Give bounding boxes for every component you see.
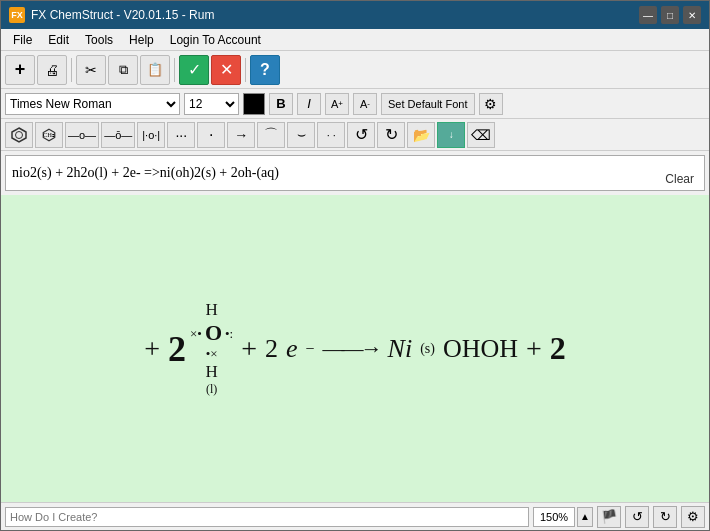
water-h-top: H	[205, 300, 217, 320]
electron-superscript: −	[306, 340, 315, 358]
water-subscript-l: (l)	[206, 382, 217, 397]
new-button[interactable]: +	[5, 55, 35, 85]
nickel-ni: Ni	[388, 334, 413, 364]
set-default-font-button[interactable]: Set Default Font	[381, 93, 475, 115]
menu-help[interactable]: Help	[121, 31, 162, 49]
paste-button[interactable]: 📋	[140, 55, 170, 85]
arrow-right-button[interactable]: →	[227, 122, 255, 148]
print-button[interactable]: 🖨	[37, 55, 67, 85]
benzene-ring-button[interactable]	[5, 122, 33, 148]
menu-file[interactable]: File	[5, 31, 40, 49]
undo-button[interactable]: ↺	[347, 122, 375, 148]
eraser-button[interactable]: ⌫	[467, 122, 495, 148]
settings-status-button[interactable]: ⚙	[681, 506, 705, 528]
single-dot-button[interactable]: ·	[197, 122, 225, 148]
menu-edit[interactable]: Edit	[40, 31, 77, 49]
font-family-select[interactable]: Times New Roman	[5, 93, 180, 115]
water-h-bottom: H	[205, 362, 217, 382]
water-group: 2 H ×• O •: •×	[168, 300, 233, 397]
equation-input-area: nio2(s) + 2h2o(l) + 2e- =>ni(oh)2(s) + 2…	[5, 155, 705, 191]
ok-button[interactable]: ✓	[179, 55, 209, 85]
redo-button[interactable]: ↻	[377, 122, 405, 148]
app-icon: FX	[9, 7, 25, 23]
help-button[interactable]: ?	[250, 55, 280, 85]
menubar: File Edit Tools Help Login To Account	[1, 29, 709, 51]
coefficient-2: 2	[168, 328, 186, 370]
oxygen-o: O	[205, 320, 222, 346]
dots2-button[interactable]: · ·	[317, 122, 345, 148]
equation-text: nio2(s) + 2h2o(l) + 2e- =>ni(oh)2(s) + 2…	[12, 165, 661, 181]
flag-button[interactable]: 🏴	[597, 506, 621, 528]
font-toolbar: Times New Roman 12 B I A+ A- Set Default…	[1, 89, 709, 119]
molecule-canvas: + 2 H ×• O •:	[1, 195, 709, 502]
coefficient-2-right: 2	[550, 330, 566, 367]
single-bond-o-button[interactable]: —o—	[65, 122, 99, 148]
maximize-button[interactable]: □	[661, 6, 679, 24]
help-input[interactable]	[5, 507, 529, 527]
zoom-display: 150%	[533, 507, 575, 527]
menu-login[interactable]: Login To Account	[162, 31, 269, 49]
undo-status-button[interactable]: ↺	[625, 506, 649, 528]
cut-button[interactable]: ✂	[76, 55, 106, 85]
import-button[interactable]: 📂	[407, 122, 435, 148]
down-wave-button[interactable]: ⌣	[287, 122, 315, 148]
clear-button[interactable]: Clear	[661, 172, 698, 186]
zoom-up-button[interactable]: ▲	[577, 507, 593, 527]
font-settings-button[interactable]: ⚙	[479, 93, 503, 115]
separator-1	[71, 58, 72, 82]
electron-e: e	[286, 334, 298, 364]
separator-3	[245, 58, 246, 82]
superscript-button[interactable]: A+	[325, 93, 349, 115]
titlebar-left: FX FX ChemStruct - V20.01.15 - Rum	[9, 7, 214, 23]
svg-text:CH₂: CH₂	[43, 131, 55, 138]
copy-button[interactable]: ⧉	[108, 55, 138, 85]
brackets-button[interactable]: |·o·|	[137, 122, 165, 148]
plus-2: +	[241, 333, 257, 365]
titlebar-controls: — □ ✕	[639, 6, 701, 24]
italic-button[interactable]: I	[297, 93, 321, 115]
molecule-display: + 2 H ×• O •:	[1, 300, 709, 397]
dashed-bond-o-button[interactable]: —ō—	[101, 122, 135, 148]
separator-2	[174, 58, 175, 82]
statusbar: 150% ▲ 🏴 ↺ ↻ ⚙	[1, 502, 709, 530]
electron-dots-bottom: •×	[206, 346, 218, 362]
wave-button[interactable]: ⌒	[257, 122, 285, 148]
main-toolbar: + 🖨 ✂ ⧉ 📋 ✓ ✕ ?	[1, 51, 709, 89]
electron-coefficient: 2	[265, 334, 278, 364]
subscript-button[interactable]: A-	[353, 93, 377, 115]
plus-1: +	[144, 333, 160, 365]
plus-3: +	[526, 333, 542, 365]
symbol-toolbar: CH₂ —o— —ō— |·o·| ··· · → ⌒ ⌣ · · ↺ ↻ 📂 …	[1, 119, 709, 151]
zoom-control: 150% ▲	[533, 507, 593, 527]
font-size-select[interactable]: 12	[184, 93, 239, 115]
bold-button[interactable]: B	[269, 93, 293, 115]
minimize-button[interactable]: —	[639, 6, 657, 24]
color-picker[interactable]	[243, 93, 265, 115]
nickel-subscript-s: (s)	[420, 341, 435, 357]
dots-button[interactable]: ···	[167, 122, 195, 148]
svg-point-1	[16, 131, 23, 138]
ch2-button[interactable]: CH₂	[35, 122, 63, 148]
redo-status-button[interactable]: ↻	[653, 506, 677, 528]
menu-tools[interactable]: Tools	[77, 31, 121, 49]
cancel-button[interactable]: ✕	[211, 55, 241, 85]
window-title: FX ChemStruct - V20.01.15 - Rum	[31, 8, 214, 22]
water-o-row: ×• O •:	[190, 320, 233, 346]
electron-dots-left: ×•	[190, 327, 202, 340]
water-molecule: H ×• O •: •× H (l)	[190, 300, 233, 397]
reaction-arrow: ——→	[323, 336, 380, 362]
electron-dots-right: •:	[225, 327, 233, 340]
svg-marker-0	[12, 128, 26, 142]
titlebar: FX FX ChemStruct - V20.01.15 - Rum — □ ✕	[1, 1, 709, 29]
download-button[interactable]: ↓	[437, 122, 465, 148]
app-window: FX FX ChemStruct - V20.01.15 - Rum — □ ✕…	[0, 0, 710, 531]
close-button[interactable]: ✕	[683, 6, 701, 24]
product-ohoh: OHOH	[443, 334, 518, 364]
